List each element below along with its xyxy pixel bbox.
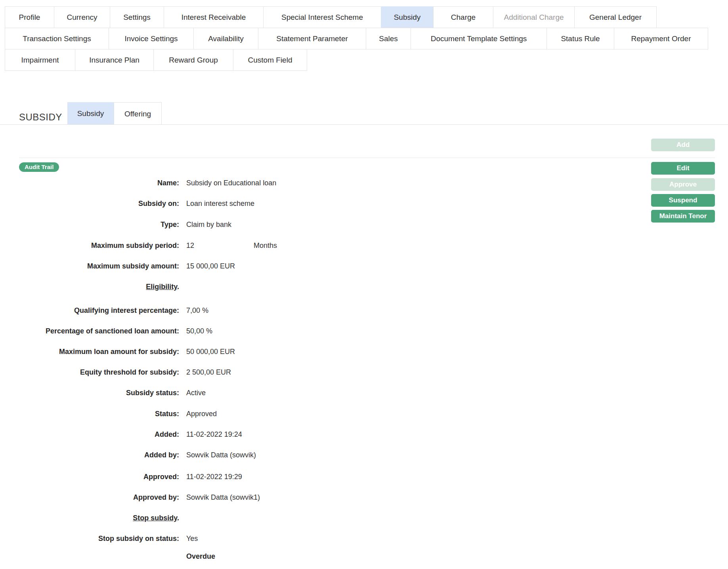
tab-sales[interactable]: Sales <box>366 28 411 49</box>
field-label: Stop subsidy on status: <box>0 533 179 544</box>
header-divider <box>0 124 728 125</box>
tab-special-interest-scheme[interactable]: Special Interest Scheme <box>263 6 381 28</box>
field-value: Claim by bank <box>186 219 543 230</box>
tab-status-rule[interactable]: Status Rule <box>546 28 614 49</box>
field-label: Added by: <box>0 450 179 460</box>
main-tabbar-row-3: Impairment Insurance Plan Reward Group C… <box>5 49 307 71</box>
field-value: Sowvik Datta (sowvik1) <box>186 492 543 502</box>
audit-trail-button[interactable]: Audit Trail <box>19 162 59 172</box>
edit-button[interactable]: Edit <box>651 162 715 175</box>
tab-invoice-settings[interactable]: Invoice Settings <box>109 28 194 49</box>
subtab-subsidy[interactable]: Subsidy <box>67 102 114 125</box>
field-label: Subsidy on: <box>0 198 179 209</box>
field-label: Type: <box>0 219 179 230</box>
field-value: Approved <box>186 409 543 419</box>
section-heading-suffix: . <box>177 283 179 291</box>
field-label: Status: <box>0 409 179 419</box>
tab-charge[interactable]: Charge <box>433 6 493 28</box>
main-tabbar-row-2: Transaction Settings Invoice Settings Av… <box>5 28 708 49</box>
tab-additional-charge: Additional Charge <box>493 6 575 28</box>
field-value: 12 <box>186 240 543 251</box>
tab-profile[interactable]: Profile <box>5 6 54 28</box>
field-value: Loan interest scheme <box>186 198 543 209</box>
tab-interest-receivable[interactable]: Interest Receivable <box>164 6 264 28</box>
field-label: Approved by: <box>0 492 179 502</box>
tab-transaction-settings[interactable]: Transaction Settings <box>5 28 109 49</box>
field-value: Sowvik Datta (sowvik) <box>186 450 543 460</box>
tab-repayment-order[interactable]: Repayment Order <box>614 28 708 49</box>
suspend-button[interactable]: Suspend <box>651 194 715 207</box>
field-label: Subsidy status: <box>0 388 179 398</box>
subtab-offering[interactable]: Offering <box>114 102 162 125</box>
field-value: 11-02-2022 19:29 <box>186 472 543 482</box>
field-value-overdue: Overdue <box>186 551 543 561</box>
field-value: Yes <box>186 533 543 544</box>
section-heading-text: Eligibility <box>146 283 177 291</box>
field-label: Percentage of sanctioned loan amount: <box>0 326 179 336</box>
field-value: 50 000,00 EUR <box>186 346 543 357</box>
tab-currency[interactable]: Currency <box>54 6 110 28</box>
field-label: Equity threshold for subsidy: <box>0 367 179 377</box>
field-value: 11-02-2022 19:24 <box>186 429 543 440</box>
field-value: 2 500,00 EUR <box>186 367 543 377</box>
section-heading-suffix: . <box>177 514 179 522</box>
field-label: Maximum subsidy period: <box>0 240 179 251</box>
maintain-tenor-button[interactable]: Maintain Tenor <box>651 210 715 223</box>
field-value: 50,00 % <box>186 326 543 336</box>
field-value: 15 000,00 EUR <box>186 261 543 271</box>
tab-statement-parameter[interactable]: Statement Parameter <box>258 28 366 49</box>
field-label: Maximum subsidy amount: <box>0 261 179 271</box>
tab-general-ledger[interactable]: General Ledger <box>574 6 657 28</box>
tab-settings[interactable]: Settings <box>110 6 164 28</box>
tab-subsidy[interactable]: Subsidy <box>381 6 434 28</box>
page-title: SUBSIDY <box>19 112 62 122</box>
add-button: Add <box>651 139 715 151</box>
main-tabbar-row-1: Profile Currency Settings Interest Recei… <box>5 6 657 28</box>
field-value: Active <box>186 388 543 398</box>
tab-reward-group[interactable]: Reward Group <box>153 49 233 71</box>
tab-availability[interactable]: Availability <box>193 28 258 49</box>
tab-custom-field[interactable]: Custom Field <box>233 49 307 71</box>
tab-document-template-settings[interactable]: Document Template Settings <box>411 28 547 49</box>
toolbar-divider <box>19 158 715 158</box>
field-value: Subsidy on Educational loan <box>186 178 543 188</box>
section-heading-text: Stop subsidy <box>133 514 177 522</box>
subsidy-settings-page: Profile Currency Settings Interest Recei… <box>0 0 728 569</box>
tab-insurance-plan[interactable]: Insurance Plan <box>75 49 154 71</box>
field-unit: Months <box>254 240 277 251</box>
field-label: Approved: <box>0 472 179 482</box>
field-label: Qualifying interest percentage: <box>0 305 179 316</box>
approve-button: Approve <box>651 178 715 191</box>
field-label: Maximum loan amount for subsidy: <box>0 346 179 357</box>
field-value: 7,00 % <box>186 305 543 316</box>
field-label: Name: <box>0 178 179 188</box>
field-label: Added: <box>0 429 179 440</box>
tab-impairment[interactable]: Impairment <box>5 49 75 71</box>
